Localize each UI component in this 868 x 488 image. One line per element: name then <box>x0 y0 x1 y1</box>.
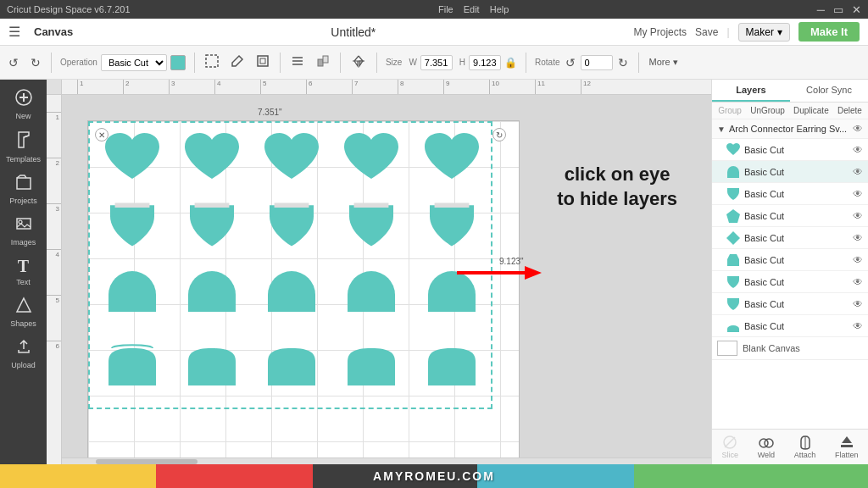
earring-shape-13[interactable] <box>261 269 322 316</box>
lock-icon[interactable]: 🔒 <box>504 57 517 69</box>
restore-button[interactable]: ▭ <box>833 3 843 16</box>
group-visibility-icon[interactable]: 👁 <box>853 123 863 135</box>
help-menu[interactable]: Help <box>490 4 509 14</box>
my-projects-button[interactable]: My Projects <box>633 26 687 38</box>
make-it-button[interactable]: Make It <box>798 22 860 42</box>
earring-shape-14[interactable] <box>341 269 402 316</box>
sidebar-item-projects[interactable]: Projects <box>0 169 47 209</box>
color-swatch[interactable] <box>170 55 186 70</box>
slice-action[interactable]: Slice <box>718 433 742 461</box>
earring-shape-16[interactable] <box>102 341 163 392</box>
layer-eye-6[interactable]: 👁 <box>853 254 863 266</box>
layer-label-5: Basic Cut <box>744 233 849 243</box>
edit-button[interactable] <box>229 53 246 72</box>
document-title: Untitled* <box>86 25 620 39</box>
layer-eye-7[interactable]: 👁 <box>853 276 863 288</box>
sidebar-item-text[interactable]: T Text <box>0 252 47 291</box>
layer-eye-9[interactable]: 👁 <box>853 320 863 332</box>
minimize-button[interactable]: ─ <box>817 3 825 16</box>
ungroup-button[interactable]: UnGroup <box>750 106 785 115</box>
earring-shape-18[interactable] <box>261 341 322 392</box>
earring-shape-4[interactable] <box>341 130 402 185</box>
sidebar-item-new[interactable]: New <box>0 85 47 125</box>
h-scrollbar-thumb[interactable] <box>96 459 198 464</box>
earring-shape-11[interactable] <box>102 269 163 316</box>
layer-eye-2[interactable]: 👁 <box>853 166 863 178</box>
earring-shape-6[interactable] <box>102 197 163 252</box>
earring-shape-12[interactable] <box>181 269 242 316</box>
group-expand-icon[interactable]: ▼ <box>717 125 726 134</box>
layer-item-3[interactable]: Basic Cut 👁 <box>712 183 868 205</box>
sidebar-item-shapes[interactable]: Shapes <box>0 292 47 332</box>
earring-shape-7[interactable] <box>181 197 242 252</box>
arrange-button[interactable] <box>314 53 331 72</box>
attach-action[interactable]: Attach <box>791 433 820 461</box>
layer-item-2[interactable]: Basic Cut 👁 <box>712 161 868 183</box>
close-button[interactable]: ✕ <box>852 3 861 16</box>
layer-eye-4[interactable]: 👁 <box>853 210 863 222</box>
deselect-button[interactable] <box>203 53 220 72</box>
earring-shape-10[interactable] <box>421 197 482 252</box>
layer-eye-8[interactable]: 👁 <box>853 298 863 310</box>
layer-label-2: Basic Cut <box>744 167 849 177</box>
sidebar-item-images[interactable]: Images <box>0 211 47 251</box>
earring-shape-5[interactable] <box>421 130 482 185</box>
earring-shape-2[interactable] <box>181 130 242 185</box>
rotate-cw-icon[interactable]: ↻ <box>616 54 630 71</box>
align-button[interactable] <box>289 53 306 72</box>
layer-item-1[interactable]: Basic Cut 👁 <box>712 139 868 161</box>
save-button[interactable]: Save <box>695 26 718 38</box>
width-input[interactable] <box>420 55 453 70</box>
duplicate-button[interactable]: Duplicate <box>793 106 829 115</box>
redo-button[interactable]: ↻ <box>29 54 42 71</box>
tab-color-sync[interactable]: Color Sync <box>790 80 868 102</box>
more-button[interactable]: More ▾ <box>648 55 680 69</box>
earring-shape-3[interactable] <box>261 130 322 185</box>
separator-1 <box>51 53 52 73</box>
h-scrollbar[interactable] <box>62 458 711 464</box>
earring-shape-20[interactable] <box>421 341 482 392</box>
earring-shape-1[interactable] <box>102 130 163 185</box>
close-handle[interactable]: ✕ <box>95 128 108 141</box>
delete-button[interactable]: Delete <box>837 106 862 115</box>
offset-button[interactable] <box>254 53 271 72</box>
layer-item-4[interactable]: Basic Cut 👁 <box>712 205 868 227</box>
maker-dropdown[interactable]: Maker ▾ <box>738 23 790 42</box>
earring-shape-19[interactable] <box>341 341 402 392</box>
rotate-handle[interactable]: ↻ <box>492 128 506 141</box>
right-panel: Layers Color Sync Group UnGroup Duplicat… <box>711 80 868 464</box>
operation-select[interactable]: Basic Cut <box>101 54 167 71</box>
undo-button[interactable]: ↺ <box>7 54 20 71</box>
sidebar-item-templates[interactable]: Templates <box>0 126 47 168</box>
flip-button[interactable] <box>349 53 368 72</box>
layer-eye-1[interactable]: 👁 <box>853 144 863 156</box>
hamburger-menu[interactable]: ☰ <box>8 24 20 40</box>
edit-menu[interactable]: Edit <box>464 4 480 14</box>
templates-label: Templates <box>6 155 41 164</box>
flatten-action[interactable]: Flatten <box>832 433 862 461</box>
earring-shape-17[interactable] <box>181 341 242 392</box>
layer-eye-5[interactable]: 👁 <box>853 232 863 244</box>
group-button[interactable]: Group <box>718 106 742 115</box>
layer-item-5[interactable]: Basic Cut 👁 <box>712 227 868 249</box>
canvas-viewport[interactable]: 7.351" 9.123" ✕ ↻ click on eye to hide l… <box>62 95 711 464</box>
height-input[interactable] <box>469 55 501 70</box>
rotate-input[interactable] <box>581 55 613 70</box>
blank-canvas-item[interactable]: Blank Canvas <box>712 337 868 360</box>
tab-layers[interactable]: Layers <box>712 80 790 102</box>
red-arrow <box>457 263 542 286</box>
layer-item-8[interactable]: Basic Cut 👁 <box>712 293 868 315</box>
layer-thumb-2 <box>726 164 741 180</box>
rotate-ccw-icon[interactable]: ↺ <box>564 54 577 71</box>
earring-shape-9[interactable] <box>341 197 402 252</box>
file-menu[interactable]: File <box>438 4 453 14</box>
layer-item-9[interactable]: Basic Cut 👁 <box>712 315 868 337</box>
horizontal-ruler: 1 2 3 4 5 6 7 8 9 10 11 12 <box>62 80 711 94</box>
group-header[interactable]: ▼ Arch Connector Earring Sv... 👁 <box>712 119 868 139</box>
earring-shape-8[interactable] <box>261 197 322 252</box>
layer-eye-3[interactable]: 👁 <box>853 188 863 200</box>
sidebar-item-upload[interactable]: Upload <box>0 334 47 374</box>
weld-action[interactable]: Weld <box>754 433 778 461</box>
layer-item-7[interactable]: Basic Cut 👁 <box>712 271 868 293</box>
layer-item-6[interactable]: Basic Cut 👁 <box>712 249 868 271</box>
